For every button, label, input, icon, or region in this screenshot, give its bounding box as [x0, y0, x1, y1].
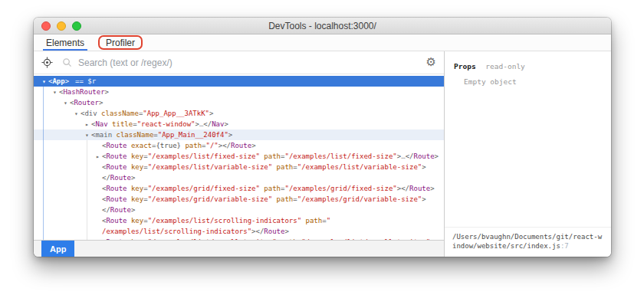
tree-row[interactable]: ▾<HashRouter>: [34, 87, 444, 97]
tree-token: path: [185, 142, 202, 149]
close-button[interactable]: [41, 21, 51, 31]
component-tree: ▾<App>== $r▾<HashRouter>▾<Router>▾<div c…: [34, 74, 444, 240]
tree-token: Router: [74, 99, 99, 106]
tree-token: Nav: [212, 120, 224, 128]
arrow-spacer: [94, 238, 102, 240]
gear-icon[interactable]: ⚙: [426, 57, 436, 68]
tree-token: >: [209, 110, 213, 117]
tree-token: "/examples/grid/fixed-size": [148, 185, 260, 192]
tree-token: >: [131, 206, 135, 214]
tab-profiler[interactable]: Profiler: [100, 37, 141, 48]
tree-row[interactable]: <Route key="/examples/grid/fixed-size" p…: [34, 183, 444, 194]
breadcrumb-item-app[interactable]: App: [41, 241, 74, 257]
tree-token: "/examples/list/scrolling-indicators": [148, 217, 301, 224]
tree-token: </: [203, 120, 212, 128]
tree-token: >: [224, 120, 228, 128]
tree-token: Route: [110, 206, 131, 214]
breadcrumb: App: [34, 240, 444, 257]
tree-token: "/examples/list/variable-size": [297, 163, 422, 171]
tree-token: div: [84, 110, 97, 117]
window-title: DevTools - localhost:3000/: [268, 21, 376, 31]
tree-row[interactable]: <Route key="/examples/grid/variable-size…: [34, 194, 444, 205]
tree-token: "/": [206, 142, 219, 149]
elements-panel: Search (text or /regex/) ⚙ ▾<App>== $r▾<…: [34, 51, 445, 257]
arrow-spacer: [94, 216, 102, 227]
chevron-right-icon[interactable]: ▸: [94, 152, 102, 162]
tree-token: >: [131, 174, 135, 182]
tree-token: path: [306, 217, 323, 224]
tree-token: path: [277, 195, 294, 203]
tree-token: >: [430, 185, 434, 192]
tree-token: className: [101, 110, 139, 117]
tree-row[interactable]: ▸<Route key="/examples/list/fixed-size" …: [34, 151, 444, 162]
search-input[interactable]: Search (text or /regex/): [78, 57, 426, 68]
tree-token: Route: [106, 142, 127, 149]
tree-token: >: [422, 163, 426, 171]
indent-guide: [43, 87, 44, 240]
tree-row[interactable]: <Route key="/examples/list/variable-size…: [34, 162, 444, 172]
tree-row[interactable]: <Route key="/examples/list/scrolling-ind…: [34, 215, 444, 226]
tree-token: </: [102, 174, 110, 182]
tree-token: Route: [106, 195, 127, 203]
tree-row[interactable]: ▾<main className="App_Main__240f4">: [34, 129, 444, 140]
chevron-right-icon[interactable]: ▸: [83, 120, 91, 130]
arrow-spacer: [94, 195, 102, 205]
tree-token: >: [99, 99, 103, 106]
tree-token: "/examples/list/fixed-size": [284, 152, 396, 160]
tree-row[interactable]: ▸<Nav title="react-window">…</Nav>: [34, 119, 444, 129]
inspect-target-icon[interactable]: [41, 57, 53, 68]
tree-token: {true}: [156, 142, 181, 149]
props-panel: Props read-only Empty object /Users/bvau…: [445, 51, 611, 257]
tree-row[interactable]: ▾<App>== $r: [34, 76, 444, 87]
arrow-spacer: [94, 184, 102, 195]
tree-token: path: [281, 238, 297, 240]
tree-token: "/examples/list/variable-size": [148, 163, 273, 171]
tree-row[interactable]: ▾<Router>: [34, 97, 444, 108]
tab-elements[interactable]: Elements: [43, 34, 87, 51]
tree-row[interactable]: <Route key="/examples/list/scroll-to-ite…: [34, 237, 444, 240]
tree-token: App: [52, 77, 64, 85]
chevron-down-icon[interactable]: ▾: [40, 77, 48, 87]
tree-token: ": [327, 217, 330, 224]
minimize-button[interactable]: [57, 21, 66, 31]
tab-elements-label: Elements: [46, 38, 84, 48]
tree-token: >: [435, 152, 439, 160]
tree-token: >: [105, 88, 109, 96]
arrow-spacer: [94, 162, 102, 173]
devtools-window: DevTools - localhost:3000/ Elements Prof…: [34, 18, 611, 257]
traffic-lights: [41, 18, 81, 34]
tree-token: >: [422, 195, 426, 203]
zoom-button[interactable]: [72, 21, 81, 31]
tree-row[interactable]: <Route exact={true} path="/"></Route>: [34, 140, 444, 151]
tree-token: "App_Main__240f4": [158, 131, 228, 139]
tree-token: Route: [106, 238, 127, 240]
chevron-down-icon[interactable]: ▾: [83, 130, 91, 141]
arrow-spacer: [94, 141, 102, 152]
tree-token: ></: [251, 228, 264, 235]
tree-token: ></: [397, 185, 409, 192]
tree-token: Route: [106, 217, 127, 224]
chevron-down-icon[interactable]: ▾: [72, 109, 80, 120]
source-location[interactable]: /Users/bvaughn/Documents/git/react-windo…: [445, 227, 611, 257]
breadcrumb-label: App: [50, 244, 66, 254]
tree-token: Route: [231, 142, 251, 149]
tree-token: >: [65, 77, 69, 85]
title-bar[interactable]: DevTools - localhost:3000/: [34, 18, 611, 34]
tree-token: Route: [106, 163, 127, 171]
tree-token: path: [277, 163, 294, 171]
tree-row[interactable]: ▾<div className="App_App__3ATkK">: [34, 108, 444, 119]
tree-token: "/examples/grid/variable-size": [148, 195, 273, 203]
source-path: /Users/bvaughn/Documents/git/react-windo…: [452, 233, 602, 250]
tree-row[interactable]: /examples/list/scrolling-indicators"></R…: [34, 226, 444, 237]
tree-token: path: [264, 152, 281, 160]
props-header: Props read-only: [454, 62, 602, 70]
tree-row[interactable]: </Route>: [34, 172, 444, 183]
tree-token: key: [131, 195, 143, 203]
tree-token: title: [112, 120, 133, 128]
tree-token: exact: [131, 142, 152, 149]
chevron-down-icon[interactable]: ▾: [61, 98, 70, 109]
tree-token: Nav: [95, 120, 107, 128]
props-readonly-badge: read-only: [485, 62, 524, 70]
tree-row[interactable]: </Route>: [34, 205, 444, 215]
chevron-down-icon[interactable]: ▾: [51, 87, 59, 98]
